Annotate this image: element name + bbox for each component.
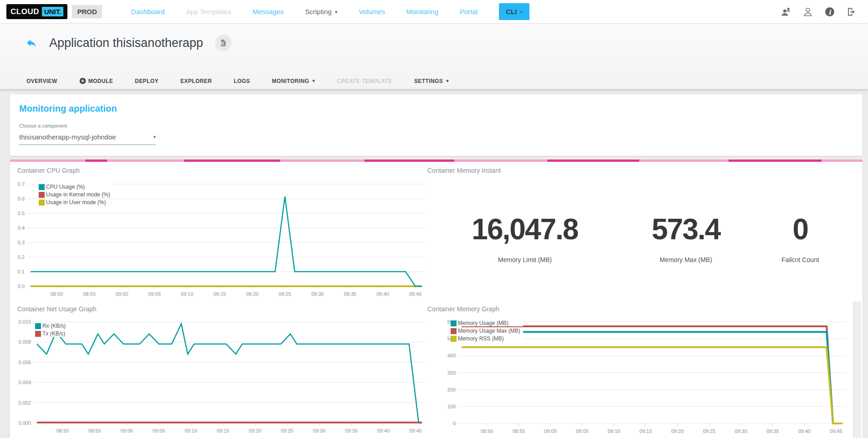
file-search-icon — [219, 39, 227, 47]
panel-heading: Monitoring application — [19, 103, 853, 114]
cli-label: CLI — [506, 8, 517, 15]
legend-swatch — [451, 336, 457, 342]
page-title: Application thisisanotherapp — [49, 36, 203, 50]
series-line — [462, 332, 842, 423]
back-arrow-icon[interactable] — [26, 37, 37, 49]
x-tick-label: 09:35 — [345, 428, 358, 433]
tab-label: EXPLORER — [180, 78, 212, 84]
x-tick-label: 09:15 — [217, 428, 230, 433]
x-tick-label: 09:00 — [116, 291, 128, 297]
legend-item[interactable]: Memory Usage Max (MB) — [451, 328, 523, 334]
x-tick-label: 09:35 — [766, 428, 779, 434]
memory-chart-title: Container Memory Graph — [427, 305, 499, 313]
tab-create-template[interactable]: CREATE TEMPLATE — [337, 78, 392, 84]
component-field-label: Choose a component — [19, 123, 853, 129]
x-tick-label: 08:55 — [513, 428, 525, 434]
loading-progress-bar — [10, 160, 863, 162]
legend-label: Memory Usage Max (MB) — [458, 328, 520, 334]
legend-item[interactable]: Memory Usage (MB) — [451, 320, 523, 326]
nav-monitoring[interactable]: Monitoring — [406, 8, 438, 15]
x-tick-label: 09:45 — [409, 428, 422, 433]
title-row: Application thisisanotherapp — [0, 24, 868, 51]
nav-messages[interactable]: Messages — [252, 8, 283, 15]
tab-overview[interactable]: OVERVIEW — [26, 78, 57, 84]
charts-panel: Container CPU Graph Container Memory Ins… — [10, 160, 863, 438]
tab-logs[interactable]: LOGS — [234, 78, 250, 84]
add-user-icon[interactable] — [781, 6, 791, 17]
legend-label: CPU Usage (%) — [46, 184, 85, 190]
component-select[interactable]: thisisanotherapp-mysql-johndoe ▾ — [19, 133, 156, 145]
tab-module[interactable]: MODULE — [79, 77, 113, 84]
plus-circle-icon — [79, 77, 86, 84]
user-profile-icon[interactable] — [802, 6, 813, 17]
legend-label: Rx (KB/s) — [42, 323, 66, 329]
series-line — [31, 196, 422, 286]
x-tick-label: 09:00 — [544, 428, 557, 434]
legend-swatch — [39, 200, 45, 206]
x-tick-label: 08:50 — [51, 291, 63, 297]
x-tick-label: 09:45 — [409, 291, 422, 297]
cli-menu-button[interactable]: CLI▾ — [499, 3, 529, 20]
cloudunit-logo[interactable]: CLOUD UNIT. — [6, 4, 67, 19]
tab-explorer[interactable]: EXPLORER — [180, 78, 212, 84]
tab-label: SETTINGS — [414, 78, 443, 84]
x-tick-label: 09:20 — [246, 291, 259, 297]
net-usage-chart: 0.0000.0020.0040.0060.0080.01008:5008:55… — [14, 315, 431, 438]
x-tick-label: 09:30 — [313, 428, 326, 433]
logo-text-unit: UNIT. — [42, 7, 64, 16]
vertical-scrollbar[interactable] — [853, 302, 861, 438]
nav-dashboard[interactable]: Dashboard — [131, 8, 164, 15]
legend-item[interactable]: Memory RSS (MB) — [451, 335, 523, 342]
chevron-down-icon: ▾ — [520, 9, 523, 15]
tab-label: DEPLOY — [135, 78, 159, 84]
legend-item[interactable]: Rx (KB/s) — [35, 323, 68, 329]
top-navigation-bar: CLOUD UNIT. PROD Dashboard App Templates… — [0, 0, 868, 24]
legend-label: Tx (KB/s) — [42, 330, 65, 337]
legend-item[interactable]: Tx (KB/s) — [35, 330, 68, 337]
series-line — [37, 324, 422, 423]
nav-scripting-menu[interactable]: Scripting▾ — [305, 8, 338, 15]
x-tick-label: 09:30 — [734, 428, 747, 434]
series-line — [462, 347, 842, 423]
x-tick-label: 08:50 — [56, 428, 69, 433]
nav-portal[interactable]: Portal — [460, 8, 478, 15]
tab-settings[interactable]: SETTINGS▾ — [414, 78, 449, 84]
net-chart-legend: Rx (KB/s)Tx (KB/s) — [35, 323, 68, 337]
legend-item[interactable]: CPU Usage (%) — [39, 184, 113, 190]
legend-swatch — [451, 328, 457, 334]
y-tick-label: 400 — [447, 353, 456, 358]
component-select-value: thisisanotherapp-mysql-johndoe — [19, 133, 116, 141]
y-tick-label: 0.6 — [18, 196, 25, 201]
legend-label: Usage in User mode (%) — [46, 199, 106, 206]
legend-item[interactable]: Usage in Kernel mode (%) — [39, 191, 113, 198]
legend-swatch — [451, 320, 457, 326]
x-tick-label: 09:05 — [148, 291, 161, 297]
legend-label: Usage in Kernel mode (%) — [46, 191, 110, 198]
x-tick-label: 08:55 — [88, 428, 101, 433]
logout-icon[interactable] — [846, 6, 857, 17]
y-tick-label: 0.008 — [18, 339, 31, 345]
nav-volumes[interactable]: Volumes — [359, 8, 385, 15]
legend-label: Memory Usage (MB) — [458, 320, 508, 326]
legend-label: Memory RSS (MB) — [458, 335, 504, 342]
file-search-badge[interactable] — [215, 35, 231, 51]
legend-item[interactable]: Usage in User mode (%) — [39, 199, 113, 206]
y-tick-label: 0.4 — [18, 225, 25, 231]
cpu-chart-title: Container CPU Graph — [17, 167, 80, 174]
chevron-down-icon: ▾ — [312, 78, 315, 84]
x-tick-label: 09:20 — [671, 428, 684, 434]
stat-label: Memory Max (MB) — [622, 256, 750, 263]
x-tick-label: 09:10 — [181, 291, 194, 297]
chevron-down-icon: ▾ — [335, 9, 338, 15]
x-tick-label: 09:30 — [311, 291, 324, 297]
x-tick-label: 09:40 — [376, 291, 389, 297]
y-tick-label: 0 — [453, 421, 456, 426]
y-tick-label: 0.004 — [18, 380, 31, 385]
x-tick-label: 09:05 — [153, 428, 165, 433]
logo-text-cloud: CLOUD — [10, 7, 39, 16]
nav-app-templates[interactable]: App Templates — [186, 8, 231, 15]
tab-monitoring[interactable]: MONITORING▾ — [272, 78, 315, 84]
info-icon[interactable]: i — [824, 6, 835, 17]
legend-swatch — [35, 323, 41, 329]
tab-deploy[interactable]: DEPLOY — [135, 78, 159, 84]
